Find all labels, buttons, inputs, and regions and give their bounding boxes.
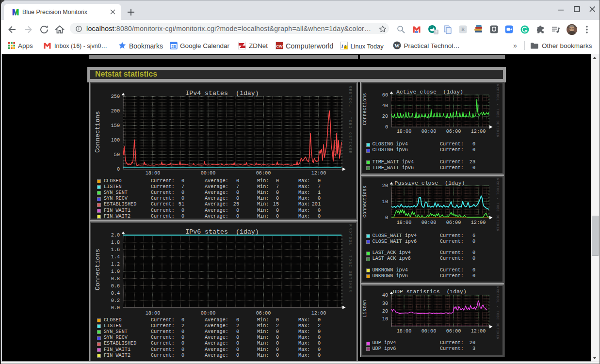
svg-text:W: W	[394, 43, 400, 48]
svg-text:?: ?	[435, 30, 437, 34]
svg-text:R: R	[461, 27, 465, 32]
svg-text:M: M	[12, 8, 19, 16]
svg-text:CW: CW	[276, 44, 283, 48]
svg-text:28: 28	[171, 44, 176, 49]
